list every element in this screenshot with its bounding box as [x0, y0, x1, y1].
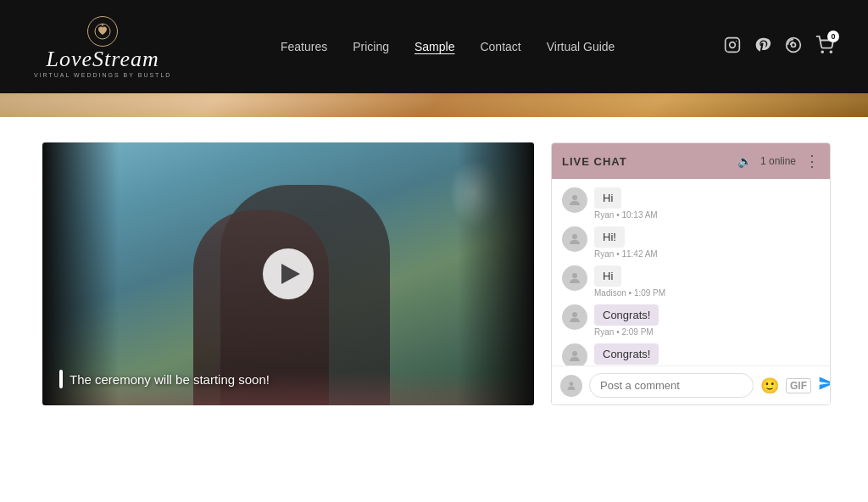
logo-subtitle: VIRTUAL WEDDINGS BY BUSTLD [34, 72, 171, 78]
message-text: Congrats! [594, 304, 659, 326]
chat-messages: Hi Ryan • 10:13 AM Hi! Ryan • 11:42 AM [552, 179, 830, 365]
nav-features[interactable]: Features [281, 40, 327, 53]
avatar [562, 343, 587, 365]
cart-button[interactable]: 0 [815, 36, 834, 59]
message-meta: Ryan • 11:42 AM [594, 249, 658, 259]
podcast-icon[interactable] [785, 36, 802, 58]
list-item: Hi Madison • 1:09 PM [562, 265, 820, 298]
emoji-button[interactable]: 🙂 [760, 376, 779, 395]
message-meta: Ryan • 10:13 AM [594, 210, 658, 220]
caption-bar [59, 370, 63, 388]
svg-point-12 [572, 273, 577, 278]
avatar [562, 187, 587, 213]
chat-input-area: 🙂 GIF [552, 365, 830, 404]
chat-header: LIVE CHAT 🔈 1 online ⋮ [552, 143, 830, 179]
header-icons: 0 [724, 36, 834, 59]
svg-point-7 [791, 42, 795, 47]
svg-point-4 [730, 42, 736, 47]
banner-strip [0, 93, 868, 117]
cart-count: 0 [827, 31, 839, 42]
video-overlay-right [458, 142, 534, 405]
video-caption: The ceremony will be starting soon! [59, 370, 270, 388]
list-item: Hi! Ryan • 11:42 AM [562, 226, 820, 259]
pinterest-icon[interactable] [754, 36, 771, 58]
play-icon [281, 264, 300, 284]
chat-title: LIVE CHAT [562, 155, 627, 168]
more-options-icon[interactable]: ⋮ [804, 152, 820, 170]
video-overlay-left [42, 142, 119, 405]
chat-input-field[interactable] [589, 373, 754, 398]
logo-icon [87, 16, 118, 47]
svg-point-5 [736, 40, 737, 41]
list-item: Congrats! [562, 343, 820, 365]
svg-point-13 [572, 312, 577, 317]
play-button[interactable] [263, 248, 314, 299]
svg-point-10 [572, 195, 577, 200]
logo-text: LoveStream [47, 48, 159, 70]
nav-contact[interactable]: Contact [480, 40, 520, 53]
nav-virtual-guide[interactable]: Virtual Guide [547, 40, 615, 53]
avatar [562, 226, 587, 252]
message-meta: Ryan • 2:09 PM [594, 327, 659, 337]
list-item: Congrats! Ryan • 2:09 PM [562, 304, 820, 337]
site-header: LoveStream VIRTUAL WEDDINGS BY BUSTLD Fe… [0, 0, 868, 93]
message-meta: Madison • 1:09 PM [594, 288, 665, 298]
message-text: Congrats! [594, 343, 659, 365]
nav-pricing[interactable]: Pricing [353, 40, 389, 53]
chat-header-controls: 🔈 1 online ⋮ [737, 152, 820, 170]
instagram-icon[interactable] [724, 36, 741, 58]
svg-point-14 [572, 351, 577, 356]
svg-point-8 [821, 51, 823, 53]
current-user-avatar [560, 375, 582, 397]
speaker-icon[interactable]: 🔈 [737, 154, 752, 168]
main-nav: Features Pricing Sample Contact Virtual … [281, 40, 615, 53]
list-item: Hi Ryan • 10:13 AM [562, 187, 820, 220]
logo[interactable]: LoveStream VIRTUAL WEDDINGS BY BUSTLD [34, 16, 171, 78]
avatar [562, 265, 587, 291]
online-badge: 1 online [760, 155, 796, 167]
nav-sample[interactable]: Sample [415, 40, 454, 53]
online-count: 1 online [760, 155, 796, 167]
message-text: Hi [594, 265, 621, 287]
gif-button[interactable]: GIF [786, 378, 811, 393]
svg-rect-3 [726, 37, 740, 52]
send-button[interactable] [818, 375, 831, 396]
svg-point-6 [787, 37, 801, 52]
main-content: The ceremony will be starting soon! LIVE… [0, 117, 868, 502]
avatar [562, 304, 587, 330]
svg-point-9 [830, 51, 832, 53]
live-chat-panel: LIVE CHAT 🔈 1 online ⋮ Hi Ryan • 10:13 A… [551, 142, 831, 405]
video-player[interactable]: The ceremony will be starting soon! [42, 142, 534, 405]
caption-text: The ceremony will be starting soon! [70, 372, 270, 387]
message-text: Hi! [594, 226, 625, 248]
message-text: Hi [594, 187, 621, 209]
svg-point-11 [572, 234, 577, 239]
svg-point-15 [570, 382, 574, 386]
